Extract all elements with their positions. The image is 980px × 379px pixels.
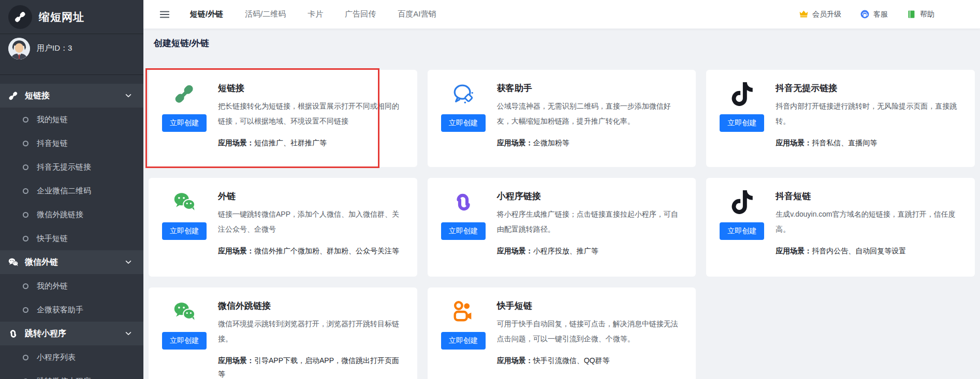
card-scenario: 应用场景：微信外推广个微加粉、群加粉、公众号关注等 <box>218 244 405 257</box>
scenario-value: 企微加粉等 <box>533 139 569 147</box>
sidebar-menu: 短链接 我的短链抖音短链抖音无提示链接企业微信二维码微信外跳链接快手短链 微信外… <box>0 84 143 379</box>
douyin-icon <box>730 190 754 214</box>
card-title: 快手短链 <box>497 300 684 312</box>
action-book[interactable]: 帮助 <box>906 9 934 19</box>
tab-2[interactable]: 活码/二维码 <box>245 9 286 19</box>
tab-4[interactable]: 广告回传 <box>345 9 376 19</box>
tab-5[interactable]: 百度AI营销 <box>398 9 436 19</box>
circle-bullet-icon <box>23 141 28 146</box>
circle-bullet-icon <box>23 307 28 313</box>
scenario-label: 应用场景： <box>776 139 812 147</box>
topbar-actions: 会员升级 客服 帮助 <box>799 9 934 19</box>
action-service[interactable]: 客服 <box>860 9 888 19</box>
scenario-value: 快手引流微信、QQ群等 <box>533 356 610 365</box>
top-tabs: 短链/外链活码/二维码卡片广告回传百度AI营销 <box>190 9 436 19</box>
sidebar-item[interactable]: 快手短链 <box>0 226 143 250</box>
sidebar: 缩短网址 用户ID：3 短链接 我的短链抖音短链抖音无提示链接企业微信二维码微信… <box>0 0 143 379</box>
card-title: 外链 <box>218 190 405 202</box>
create-button[interactable]: 立即创建 <box>441 114 486 132</box>
wechat-icon <box>172 190 196 214</box>
scenario-value: 抖音私信、直播间等 <box>812 139 877 147</box>
create-button[interactable]: 立即创建 <box>162 332 207 350</box>
scenario-label: 应用场景： <box>497 247 533 255</box>
create-button[interactable]: 立即创建 <box>162 222 207 240</box>
card-left: 立即创建 <box>162 189 207 277</box>
card-grid: 立即创建短链接把长链接转化为短链接，根据设置展示打开不同或相同的链接，可以根据地… <box>149 70 975 379</box>
create-button[interactable]: 立即创建 <box>441 222 486 240</box>
chevron-down-icon <box>125 330 132 337</box>
sidebar-section-label: 微信外链 <box>25 257 58 268</box>
sidebar-item[interactable]: 企业微信二维码 <box>0 179 143 203</box>
create-button[interactable]: 立即创建 <box>720 222 764 240</box>
card-scenario: 应用场景：小程序投放、推广等 <box>497 244 684 257</box>
acquire-icon <box>451 82 475 106</box>
card-scenario: 应用场景：快手引流微信、QQ群等 <box>497 354 684 367</box>
sidebar-item[interactable]: 抖音无提示链接 <box>0 155 143 179</box>
sidebar-section-wechat[interactable]: 微信外链 <box>0 250 143 274</box>
chain-icon <box>172 82 196 106</box>
circle-bullet-icon <box>23 164 28 170</box>
card-acquire-1: 立即创建获客助手公域导流神器，无需识别二维码，直接一步添加微信好友，大幅缩短加粉… <box>428 70 696 167</box>
chain-icon <box>7 90 19 101</box>
card-wechat-6: 立即创建微信外跳链接微信环境提示跳转到浏览器打开，浏览器打开跳转目标链接。应用场… <box>149 287 417 379</box>
action-label: 会员升级 <box>812 10 841 19</box>
card-left: 立即创建 <box>441 81 486 167</box>
scenario-label: 应用场景： <box>497 139 533 147</box>
card-chain-0: 立即创建短链接把长链接转化为短链接，根据设置展示打开不同或相同的链接，可以根据地… <box>149 70 417 167</box>
card-title: 小程序链接 <box>497 190 684 202</box>
card-douyin-2: 立即创建抖音无提示链接抖音内部打开链接进行跳转时，无风险提示页面，直接跳转。应用… <box>706 70 975 167</box>
card-scenario: 应用场景：引导APP下载，启动APP，微信跳出打开页面等 <box>218 354 405 379</box>
card-miniprogram-4: 立即创建小程序链接将小程序生成推广链接；点击链接直接拉起小程序，可自由配置跳转路… <box>428 178 696 277</box>
create-button[interactable]: 立即创建 <box>441 332 486 350</box>
sidebar-item-label: 企微获客助手 <box>37 305 83 315</box>
scenario-value: 小程序投放、推广等 <box>533 247 598 255</box>
scenario-value: 抖音内公告、自动回复等设置 <box>812 247 906 255</box>
action-label: 客服 <box>873 10 888 19</box>
app-logo[interactable]: 缩短网址 <box>0 0 143 34</box>
card-kuaishou-7: 立即创建快手短链可用于快手自动回复，链接可点击，解决消息中链接无法点击问题，可以… <box>428 287 696 379</box>
user-id-label: 用户ID：3 <box>37 43 72 53</box>
sidebar-item[interactable]: 我的短链 <box>0 108 143 131</box>
kuaishou-icon <box>451 300 475 324</box>
create-button[interactable]: 立即创建 <box>720 114 764 132</box>
card-title: 抖音短链 <box>776 190 962 202</box>
sidebar-item[interactable]: 跳转微信小程序 <box>0 369 143 379</box>
sidebar-item[interactable]: 小程序列表 <box>0 345 143 369</box>
app-title: 缩短网址 <box>39 10 84 24</box>
sidebar-item[interactable]: 微信外跳链接 <box>0 203 143 226</box>
sidebar-item[interactable]: 抖音短链 <box>0 131 143 155</box>
sidebar-section-chain[interactable]: 短链接 <box>0 84 143 108</box>
circle-bullet-icon <box>23 355 28 360</box>
card-desc: 可用于快手自动回复，链接可点击，解决消息中链接无法点击问题，可以一键引流到企微、… <box>497 316 684 346</box>
sidebar-item-label: 快手短链 <box>37 234 68 244</box>
card-left: 立即创建 <box>441 299 486 379</box>
card-body: 短链接把长链接转化为短链接，根据设置展示打开不同或相同的链接，可以根据地域、环境… <box>218 81 405 167</box>
sidebar-item[interactable]: 企微获客助手 <box>0 298 143 322</box>
wechat-icon <box>172 300 196 324</box>
card-scenario: 应用场景：抖音内公告、自动回复等设置 <box>776 244 962 257</box>
main-content: 创建短链/外链 立即创建短链接把长链接转化为短链接，根据设置展示打开不同或相同的… <box>143 29 980 379</box>
crown-icon <box>799 9 809 19</box>
action-crown[interactable]: 会员升级 <box>799 9 841 19</box>
douyin-icon <box>730 82 754 106</box>
chevron-down-icon <box>125 92 132 99</box>
circle-bullet-icon <box>23 236 28 241</box>
circle-bullet-icon <box>23 188 28 194</box>
sidebar-item[interactable]: 我的外链 <box>0 274 143 298</box>
card-desc: 将小程序生成推广链接；点击链接直接拉起小程序，可自由配置跳转路径。 <box>497 207 684 237</box>
circle-bullet-icon <box>23 117 28 123</box>
sidebar-item-label: 我的外链 <box>37 281 68 291</box>
tab-3[interactable]: 卡片 <box>308 9 323 19</box>
book-icon <box>906 9 916 19</box>
card-desc: 把长链接转化为短链接，根据设置展示打开不同或相同的链接，可以根据地域、环境设置不… <box>218 99 405 129</box>
sidebar-section-miniprogram[interactable]: 跳转小程序 <box>0 322 143 345</box>
sidebar-divider <box>0 74 143 75</box>
create-button[interactable]: 立即创建 <box>162 114 207 132</box>
tab-1[interactable]: 短链/外链 <box>190 9 223 19</box>
card-left: 立即创建 <box>162 81 207 167</box>
hamburger-icon[interactable] <box>159 9 170 20</box>
wechat-icon <box>7 256 19 268</box>
card-douyin-5: 立即创建抖音短链生成v.douyin.com官方域名的短链接，直跳打开，信任度高… <box>706 178 975 277</box>
sidebar-item-label: 小程序列表 <box>37 353 76 362</box>
card-left: 立即创建 <box>441 189 486 277</box>
